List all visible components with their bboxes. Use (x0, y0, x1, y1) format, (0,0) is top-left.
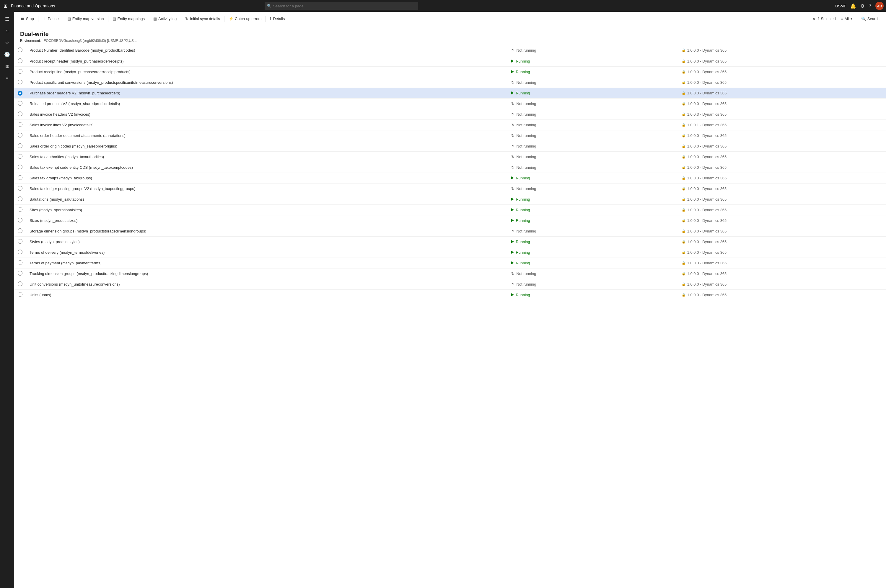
table-row[interactable]: Sales order header document attachments … (14, 130, 886, 141)
row-select-cell[interactable] (14, 268, 26, 279)
help-icon[interactable]: ? (869, 3, 871, 9)
table-row[interactable]: Sales tax groups (msdyn_taxgroups)Runnin… (14, 172, 886, 183)
table-row[interactable]: Released products V2 (msdyn_sharedproduc… (14, 98, 886, 109)
radio-empty-icon[interactable] (18, 133, 23, 138)
radio-empty-icon[interactable] (18, 250, 23, 254)
radio-empty-icon[interactable] (18, 239, 23, 244)
row-select-cell[interactable] (14, 204, 26, 215)
row-select-cell[interactable] (14, 183, 26, 194)
radio-empty-icon[interactable] (18, 271, 23, 276)
row-select-cell[interactable] (14, 162, 26, 172)
row-select-cell[interactable] (14, 77, 26, 88)
settings-icon[interactable]: ⚙ (860, 3, 865, 9)
table-area[interactable]: Product Number Identified Barcode (msdyn… (14, 45, 886, 588)
row-select-cell[interactable] (14, 236, 26, 247)
not-running-icon: ↻ (511, 272, 514, 276)
radio-empty-icon[interactable] (18, 154, 23, 159)
radio-empty-icon[interactable] (18, 58, 23, 63)
row-select-cell[interactable] (14, 152, 26, 162)
radio-empty-icon[interactable] (18, 143, 23, 148)
row-select-cell[interactable] (14, 247, 26, 258)
row-select-cell[interactable] (14, 130, 26, 141)
row-select-cell[interactable] (14, 66, 26, 77)
table-row[interactable]: Product receipt line (msdyn_purchaseorde… (14, 66, 886, 77)
table-row[interactable]: Terms of delivery (msdyn_termsofdeliveri… (14, 247, 886, 258)
details-button[interactable]: ℹ Details (267, 15, 288, 22)
version-text: 1.0.0.0 - Dynamics 365 (687, 250, 727, 255)
waffle-icon[interactable]: ⊞ (2, 2, 9, 10)
radio-empty-icon[interactable] (18, 282, 23, 286)
table-row[interactable]: Sales invoice lines V2 (invoicedetails)↻… (14, 120, 886, 130)
entity-mappings-button[interactable]: ▤ Entity mappings (110, 15, 148, 22)
radio-empty-icon[interactable] (18, 175, 23, 180)
table-row[interactable]: Sales order origin codes (msdyn_salesord… (14, 141, 886, 152)
radio-empty-icon[interactable] (18, 111, 23, 116)
row-select-cell[interactable] (14, 290, 26, 300)
row-select-cell[interactable] (14, 258, 26, 268)
page-search-input[interactable] (265, 2, 418, 10)
table-row[interactable]: Terms of payment (msdyn_paymentterms)Run… (14, 258, 886, 268)
selected-x-icon[interactable]: ✕ (812, 16, 816, 21)
row-select-cell[interactable] (14, 226, 26, 236)
row-select-cell[interactable] (14, 56, 26, 66)
search-btn[interactable]: 🔍 Search (858, 15, 883, 22)
table-row[interactable]: Purchase order headers V2 (msdyn_purchas… (14, 88, 886, 98)
sidebar-item-menu[interactable]: ☰ (1, 13, 14, 25)
table-row[interactable]: Units (uoms)Running🔒1.0.0.0 - Dynamics 3… (14, 290, 886, 300)
table-row[interactable]: Product receipt header (msdyn_purchaseor… (14, 56, 886, 66)
radio-empty-icon[interactable] (18, 207, 23, 212)
radio-empty-icon[interactable] (18, 260, 23, 265)
radio-empty-icon[interactable] (18, 292, 23, 297)
row-select-cell[interactable] (14, 141, 26, 152)
table-row[interactable]: Sales tax exempt code entity CDS (msdyn_… (14, 162, 886, 172)
sidebar-item-home[interactable]: ⌂ (1, 25, 14, 37)
radio-empty-icon[interactable] (18, 80, 23, 84)
catchup-errors-button[interactable]: ⚡ Catch-up errors (226, 15, 264, 22)
table-row[interactable]: Unit conversions (msdyn_unitofmeasurecon… (14, 279, 886, 290)
all-dropdown[interactable]: ≡ All ▼ (839, 15, 855, 22)
row-name-cell: Product Number Identified Barcode (msdyn… (26, 45, 508, 56)
row-select-cell[interactable] (14, 172, 26, 183)
avatar[interactable]: AD (875, 2, 884, 10)
activity-log-button[interactable]: ▦ Activity log (150, 15, 179, 22)
entity-map-version-button[interactable]: ▤ Entity map version (65, 15, 107, 22)
radio-empty-icon[interactable] (18, 48, 23, 52)
table-row[interactable]: Styles (msdyn_productstyles)Running🔒1.0.… (14, 236, 886, 247)
row-version-cell: 🔒1.0.0.0 - Dynamics 365 (678, 77, 886, 88)
table-row[interactable]: Sales tax ledger posting groups V2 (msdy… (14, 183, 886, 194)
initial-sync-button[interactable]: ↻ Initial sync details (182, 15, 223, 22)
sidebar-item-recent[interactable]: 🕐 (1, 48, 14, 60)
row-select-cell[interactable] (14, 279, 26, 290)
radio-selected-icon[interactable] (18, 91, 23, 96)
row-select-cell[interactable] (14, 194, 26, 204)
table-row[interactable]: Sales invoice headers V2 (invoices)↻Not … (14, 109, 886, 120)
table-row[interactable]: Sizes (msdyn_productsizes)Running🔒1.0.0.… (14, 215, 886, 226)
table-row[interactable]: Product specific unit conversions (msdyn… (14, 77, 886, 88)
radio-empty-icon[interactable] (18, 218, 23, 222)
radio-empty-icon[interactable] (18, 101, 23, 106)
sidebar-item-workspaces[interactable]: ▦ (1, 60, 14, 72)
row-select-cell[interactable] (14, 120, 26, 130)
table-row[interactable]: Tracking dimension groups (msdyn_product… (14, 268, 886, 279)
sidebar-item-modules[interactable]: ≡ (1, 72, 14, 84)
row-select-cell[interactable] (14, 109, 26, 120)
stop-button[interactable]: ⏹ Stop (18, 15, 37, 22)
table-row[interactable]: Storage dimension groups (msdyn_products… (14, 226, 886, 236)
notification-icon[interactable]: 🔔 (850, 3, 856, 9)
radio-empty-icon[interactable] (18, 122, 23, 127)
radio-empty-icon[interactable] (18, 165, 23, 170)
radio-empty-icon[interactable] (18, 69, 23, 74)
radio-empty-icon[interactable] (18, 186, 23, 190)
row-select-cell[interactable] (14, 215, 26, 226)
table-row[interactable]: Sites (msdyn_operationalsites)Running🔒1.… (14, 204, 886, 215)
row-select-cell[interactable] (14, 88, 26, 98)
radio-empty-icon[interactable] (18, 196, 23, 201)
table-row[interactable]: Sales tax authorities (msdyn_taxauthorit… (14, 152, 886, 162)
pause-button[interactable]: ⏸ Pause (39, 15, 62, 22)
row-select-cell[interactable] (14, 98, 26, 109)
table-row[interactable]: Salutations (msdyn_salutations)Running🔒1… (14, 194, 886, 204)
radio-empty-icon[interactable] (18, 228, 23, 233)
sidebar-item-favorites[interactable]: ☆ (1, 37, 14, 48)
row-select-cell[interactable] (14, 45, 26, 56)
table-row[interactable]: Product Number Identified Barcode (msdyn… (14, 45, 886, 56)
